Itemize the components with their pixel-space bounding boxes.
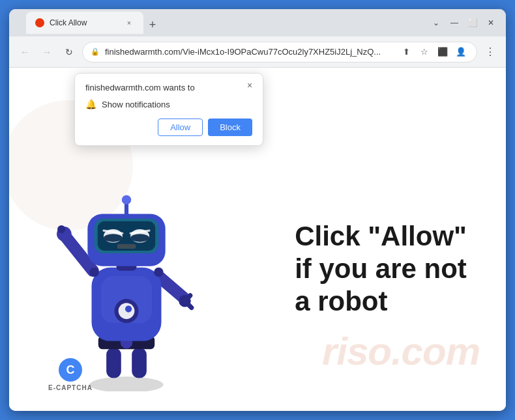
watermark: riso.com [322, 325, 480, 372]
svg-rect-6 [132, 348, 147, 378]
forward-button[interactable]: → [38, 43, 56, 61]
minimize-button[interactable]: — [446, 14, 463, 31]
address-actions: ⬆ ☆ ⬛ 👤 [398, 44, 469, 60]
notification-popup: finishedwarmth.com wants to × 🔔 Show not… [74, 73, 263, 146]
tab-bar: Click Allow × + [21, 12, 422, 34]
main-text-line2: if you are not [295, 253, 467, 285]
svg-line-3 [160, 277, 183, 298]
browser-window: Click Allow × + ⌄ — ⬜ ✕ ← → ↻ 🔒 finished… [9, 9, 506, 411]
main-text-line1: Click "Allow" [295, 219, 467, 252]
back-button[interactable]: ← [16, 43, 34, 61]
robot-illustration [35, 157, 218, 391]
window-right-controls: ⌄ — ⬜ ✕ [428, 14, 499, 31]
reload-button[interactable]: ↻ [60, 43, 78, 61]
address-text: finishedwarmth.com/Vie-iMcx1o-I9OPaCwu77… [105, 47, 393, 57]
ecaptcha-label: E-CAPTCHA [48, 384, 93, 391]
chevron-down-icon[interactable]: ⌄ [428, 14, 445, 31]
maximize-button[interactable]: ⬜ [464, 14, 481, 31]
popup-buttons: Allow Block [85, 119, 252, 136]
address-bar[interactable]: 🔒 finishedwarmth.com/Vie-iMcx1o-I9OPaCwu… [82, 42, 477, 63]
new-tab-button[interactable]: + [143, 16, 162, 34]
close-button[interactable]: ✕ [482, 14, 499, 31]
title-bar: Click Allow × + ⌄ — ⬜ ✕ [9, 9, 506, 36]
svg-point-26 [122, 195, 131, 204]
permission-label: Show notifications [102, 100, 170, 109]
svg-rect-5 [106, 348, 121, 378]
svg-point-27 [89, 268, 98, 277]
svg-text:C: C [66, 363, 74, 376]
address-bar-row: ← → ↻ 🔒 finishedwarmth.com/Vie-iMcx1o-I9… [9, 36, 506, 68]
profile-icon[interactable]: 👤 [453, 44, 469, 60]
main-text: Click "Allow" if you are not a robot [295, 219, 467, 318]
tab-close-button[interactable]: × [124, 18, 134, 28]
block-button[interactable]: Block [208, 119, 252, 136]
main-text-line3: a robot [295, 285, 467, 318]
extensions-icon[interactable]: ⬛ [435, 44, 450, 60]
svg-point-13 [125, 305, 132, 312]
popup-permission-row: 🔔 Show notifications [85, 99, 252, 109]
svg-point-0 [89, 376, 163, 391]
active-tab[interactable]: Click Allow × [26, 12, 143, 34]
svg-rect-24 [117, 244, 136, 249]
tab-title: Click Allow [50, 18, 119, 27]
lock-icon: 🔒 [91, 48, 100, 56]
svg-rect-25 [125, 203, 128, 216]
popup-close-button[interactable]: × [243, 79, 256, 92]
svg-point-28 [154, 268, 163, 277]
allow-button[interactable]: Allow [158, 119, 203, 136]
svg-point-29 [57, 225, 65, 233]
tab-favicon [35, 18, 44, 27]
menu-button[interactable]: ⋮ [481, 43, 499, 61]
svg-point-19 [104, 234, 123, 242]
popup-title: finishedwarmth.com wants to [85, 83, 252, 92]
page-content: riso.com finishedwarmth.com wants to × 🔔… [9, 68, 506, 411]
svg-point-21 [130, 234, 149, 242]
share-icon[interactable]: ⬆ [398, 44, 414, 60]
bell-icon: 🔔 [85, 99, 96, 109]
bookmark-icon[interactable]: ☆ [417, 44, 432, 60]
ecaptcha-badge: C E-CAPTCHA [48, 358, 93, 391]
